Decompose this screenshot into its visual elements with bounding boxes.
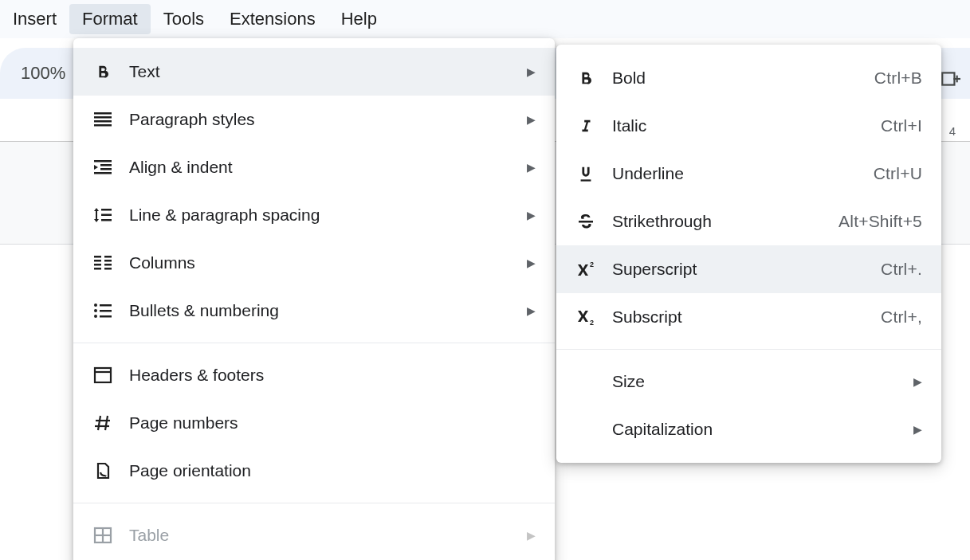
- svg-rect-4: [94, 116, 112, 119]
- svg-rect-5: [94, 120, 112, 123]
- submenu-item-bold[interactable]: Bold Ctrl+B: [556, 54, 941, 102]
- format-menu: Text ▶ Paragraph styles ▶ Align & indent…: [73, 38, 555, 560]
- menu-label: Underline: [612, 164, 874, 183]
- menubar-item-help[interactable]: Help: [328, 4, 390, 34]
- menu-label: Size: [612, 372, 905, 391]
- menu-separator: [556, 349, 941, 350]
- menu-label: Align & indent: [129, 158, 519, 177]
- svg-text:2: 2: [590, 260, 594, 268]
- submenu-item-strikethrough[interactable]: Strikethrough Alt+Shift+5: [556, 198, 941, 245]
- menu-label: Page orientation: [129, 461, 536, 480]
- menu-label: Bold: [612, 69, 874, 88]
- headers-footers-icon: [91, 363, 115, 387]
- menu-label: Headers & footers: [129, 366, 536, 385]
- menu-item-bullets-numbering[interactable]: Bullets & numbering ▶: [73, 287, 555, 335]
- blank-icon: [574, 417, 598, 441]
- svg-rect-10: [94, 172, 112, 174]
- chevron-right-icon: ▶: [913, 423, 922, 436]
- svg-rect-25: [100, 304, 112, 307]
- blank-icon: [574, 370, 598, 394]
- chevron-right-icon: ▶: [527, 529, 536, 542]
- menu-item-align-indent[interactable]: Align & indent ▶: [73, 143, 555, 191]
- menu-label: Superscript: [612, 260, 881, 279]
- submenu-item-italic[interactable]: Italic Ctrl+I: [556, 102, 941, 150]
- bold-icon: [91, 60, 115, 84]
- menubar: Insert Format Tools Extensions Help: [0, 0, 970, 38]
- svg-rect-15: [94, 260, 101, 262]
- chevron-right-icon: ▶: [527, 113, 536, 126]
- svg-rect-37: [581, 179, 591, 181]
- align-indent-icon: [91, 155, 115, 179]
- submenu-item-superscript[interactable]: 2 Superscript Ctrl+.: [556, 245, 941, 293]
- chevron-right-icon: ▶: [913, 375, 922, 388]
- menu-label: Columns: [129, 253, 519, 272]
- menu-label: Strikethrough: [612, 212, 838, 231]
- columns-icon: [91, 251, 115, 275]
- menu-label: Bullets & numbering: [129, 301, 519, 320]
- insert-special-icon[interactable]: [938, 67, 962, 91]
- svg-rect-16: [94, 264, 101, 266]
- svg-rect-8: [100, 164, 112, 166]
- submenu-item-capitalization[interactable]: Capitalization ▶: [556, 405, 941, 453]
- svg-line-31: [105, 416, 108, 430]
- zoom-dropdown[interactable]: 100%: [14, 60, 72, 87]
- table-icon: [91, 523, 115, 547]
- chevron-right-icon: ▶: [527, 257, 536, 269]
- menu-item-columns[interactable]: Columns ▶: [73, 239, 555, 287]
- menu-item-paragraph-styles[interactable]: Paragraph styles ▶: [73, 96, 555, 143]
- svg-rect-6: [94, 124, 112, 127]
- menu-label: Italic: [612, 116, 881, 135]
- menu-label: Subscript: [612, 307, 881, 327]
- italic-icon: [574, 114, 598, 138]
- svg-line-30: [98, 416, 100, 430]
- superscript-icon: 2: [574, 257, 598, 281]
- menubar-item-tools[interactable]: Tools: [151, 4, 217, 34]
- svg-rect-13: [101, 219, 112, 221]
- menu-separator: [73, 503, 555, 503]
- line-spacing-icon: [91, 203, 115, 227]
- svg-point-24: [94, 315, 97, 318]
- svg-text:2: 2: [590, 319, 594, 326]
- menu-shortcut: Ctrl+U: [874, 164, 922, 183]
- svg-point-22: [94, 303, 97, 307]
- chevron-right-icon: ▶: [527, 161, 536, 174]
- menubar-item-insert[interactable]: Insert: [0, 4, 69, 34]
- bullets-numbering-icon: [91, 299, 115, 323]
- svg-rect-26: [100, 310, 112, 312]
- menu-label: Page numbers: [129, 413, 536, 433]
- svg-rect-20: [104, 264, 112, 266]
- menubar-item-format[interactable]: Format: [69, 4, 151, 34]
- svg-rect-12: [101, 214, 112, 217]
- chevron-right-icon: ▶: [527, 304, 536, 317]
- submenu-item-size[interactable]: Size ▶: [556, 358, 941, 405]
- bold-icon: [574, 66, 598, 90]
- svg-rect-19: [104, 260, 112, 262]
- menu-item-text[interactable]: Text ▶: [73, 48, 555, 96]
- chevron-right-icon: ▶: [527, 209, 536, 221]
- menu-label: Table: [129, 526, 519, 545]
- svg-rect-28: [95, 368, 111, 382]
- menu-label: Text: [129, 62, 519, 81]
- svg-point-23: [94, 309, 97, 312]
- menu-item-table: Table ▶: [73, 511, 555, 559]
- text-submenu: Bold Ctrl+B Italic Ctrl+I Underline Ctrl…: [556, 45, 941, 463]
- ruler-tick: 4: [949, 124, 956, 138]
- menu-label: Paragraph styles: [129, 110, 519, 129]
- chevron-right-icon: ▶: [527, 65, 536, 78]
- page-numbers-icon: [91, 411, 115, 435]
- svg-rect-7: [94, 160, 112, 163]
- menu-item-headers-footers[interactable]: Headers & footers: [73, 351, 555, 399]
- strikethrough-icon: [574, 210, 598, 233]
- menu-shortcut: Ctrl+.: [881, 260, 922, 279]
- submenu-item-underline[interactable]: Underline Ctrl+U: [556, 150, 941, 198]
- svg-rect-21: [104, 268, 112, 270]
- submenu-item-subscript[interactable]: 2 Subscript Ctrl+,: [556, 293, 941, 341]
- menubar-item-extensions[interactable]: Extensions: [217, 4, 328, 34]
- menu-item-page-numbers[interactable]: Page numbers: [73, 399, 555, 447]
- menu-shortcut: Ctrl+I: [881, 116, 922, 135]
- menu-shortcut: Alt+Shift+5: [838, 212, 922, 231]
- menu-item-line-spacing[interactable]: Line & paragraph spacing ▶: [73, 191, 555, 239]
- menu-item-page-orientation[interactable]: Page orientation: [73, 447, 555, 495]
- svg-rect-11: [101, 209, 112, 211]
- paragraph-styles-icon: [91, 108, 115, 131]
